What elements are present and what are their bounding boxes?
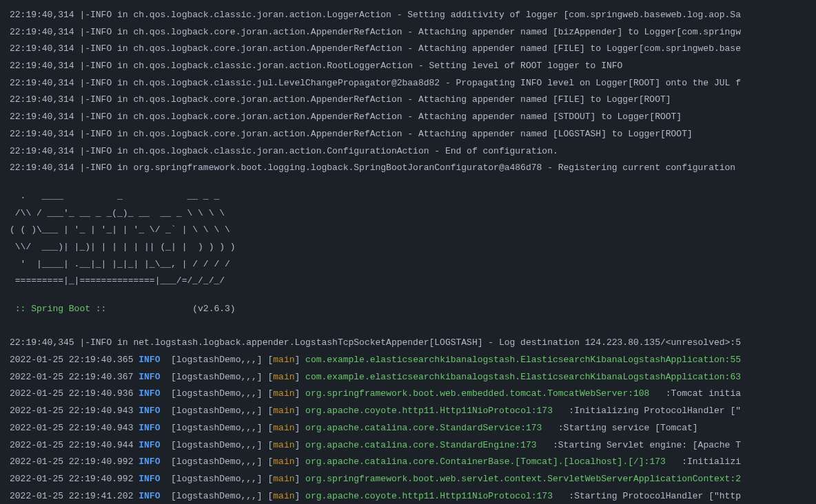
spring-boot-tagline: :: Spring Boot :: (v2.6.3) — [10, 301, 806, 318]
spring-boot-tag: :: Spring Boot :: — [10, 304, 112, 314]
timestamp: 2022-01-25 22:19:40.992 — [10, 474, 139, 484]
timestamp: 2022-01-25 22:19:40.943 — [10, 423, 139, 433]
log-line: 22:19:40,314 |-INFO in ch.qos.logback.co… — [10, 126, 806, 143]
thread-name: main — [273, 372, 294, 382]
logger-name: org.springframework.boot.web.embedded.to… — [305, 388, 649, 399]
app-context: [logstashDemo,,,] [ — [165, 491, 273, 501]
app-context: [logstashDemo,,,] [ — [165, 372, 273, 382]
log-line: 2022-01-25 22:19:40.365 INFO [logstashDe… — [10, 352, 806, 369]
colored-log-section: 2022-01-25 22:19:40.365 INFO [logstashDe… — [10, 352, 806, 504]
log-level: INFO — [139, 456, 165, 467]
log-line: 2022-01-25 22:19:40.367 INFO [logstashDe… — [10, 369, 806, 386]
spring-boot-banner: . ____ _ __ _ _ /\\ / ___'_ __ _ _(_)_ _… — [10, 188, 806, 290]
log-level: INFO — [139, 440, 165, 450]
thread-name: main — [273, 456, 294, 467]
bracket: ] — [295, 491, 306, 501]
logger-name: com.example.elasticsearchkibanalogstash.… — [305, 355, 741, 365]
bracket: ] — [295, 440, 306, 450]
log-line: 2022-01-25 22:19:40.944 INFO [logstashDe… — [10, 437, 806, 454]
timestamp: 2022-01-25 22:19:41.202 — [10, 491, 139, 501]
log-line: 2022-01-25 22:19:40.936 INFO [logstashDe… — [10, 386, 806, 403]
thread-name: main — [273, 440, 294, 450]
timestamp: 2022-01-25 22:19:40.992 — [10, 456, 139, 467]
logstash-line: 22:19:40,345 |-INFO in net.logstash.logb… — [10, 335, 806, 352]
app-context: [logstashDemo,,,] [ — [165, 355, 273, 365]
timestamp: 2022-01-25 22:19:40.944 — [10, 440, 139, 450]
app-context: [logstashDemo,,,] [ — [165, 423, 273, 433]
timestamp: 2022-01-25 22:19:40.367 — [10, 372, 139, 382]
log-message: :Tomcat initia — [649, 388, 741, 399]
log-level: INFO — [139, 372, 165, 382]
log-line: 22:19:40,314 |-INFO in ch.qos.logback.cl… — [10, 7, 806, 24]
log-line: 2022-01-25 22:19:40.992 INFO [logstashDe… — [10, 454, 806, 471]
timestamp: 2022-01-25 22:19:40.943 — [10, 406, 139, 416]
logger-name: org.apache.catalina.core.StandardEngine:… — [305, 440, 536, 450]
timestamp: 2022-01-25 22:19:40.936 — [10, 388, 139, 399]
console-output: 22:19:40,314 |-INFO in ch.qos.logback.cl… — [10, 7, 806, 504]
app-context: [logstashDemo,,,] [ — [165, 440, 273, 450]
bracket: ] — [295, 388, 306, 399]
log-line: 22:19:40,314 |-INFO in ch.qos.logback.co… — [10, 24, 806, 41]
log-line: 22:19:40,314 |-INFO in ch.qos.logback.co… — [10, 41, 806, 58]
app-context: [logstashDemo,,,] [ — [165, 388, 273, 399]
log-message: :Starting Servlet engine: [Apache T — [537, 440, 741, 450]
plain-log-section: 22:19:40,314 |-INFO in ch.qos.logback.cl… — [10, 7, 806, 177]
logger-name: org.apache.catalina.core.StandardService… — [305, 423, 542, 433]
thread-name: main — [273, 474, 294, 484]
bracket: ] — [295, 423, 306, 433]
log-level: INFO — [139, 406, 165, 416]
logger-name: com.example.elasticsearchkibanalogstash.… — [305, 372, 741, 382]
log-line: 2022-01-25 22:19:40.943 INFO [logstashDe… — [10, 403, 806, 420]
log-line: 22:19:40,314 |-INFO in org.springframewo… — [10, 160, 806, 177]
app-context: [logstashDemo,,,] [ — [165, 474, 273, 484]
log-line: 22:19:40,314 |-INFO in ch.qos.logback.cl… — [10, 58, 806, 75]
log-message: :Starting ProtocolHandler ["http — [553, 491, 741, 501]
blank-line — [10, 318, 806, 335]
logger-name: org.apache.coyote.http11.Http11NioProtoc… — [305, 491, 553, 501]
log-line: 22:19:40,314 |-INFO in ch.qos.logback.cl… — [10, 75, 806, 92]
logger-name: org.apache.catalina.core.ContainerBase.[… — [305, 456, 666, 467]
log-level: INFO — [139, 423, 165, 433]
logger-name: org.springframework.boot.web.servlet.con… — [305, 474, 741, 484]
thread-name: main — [273, 388, 294, 399]
timestamp: 2022-01-25 22:19:40.365 — [10, 355, 139, 365]
log-message: :Initializing ProtocolHandler [" — [553, 406, 741, 416]
log-line: 2022-01-25 22:19:40.943 INFO [logstashDe… — [10, 420, 806, 437]
spring-boot-version: (v2.6.3) — [112, 304, 235, 314]
log-message: :Starting service [Tomcat] — [542, 423, 697, 433]
thread-name: main — [273, 491, 294, 501]
thread-name: main — [273, 355, 294, 365]
bracket: ] — [295, 474, 306, 484]
logger-name: org.apache.coyote.http11.Http11NioProtoc… — [305, 406, 553, 416]
bracket: ] — [295, 406, 306, 416]
app-context: [logstashDemo,,,] [ — [165, 456, 273, 467]
thread-name: main — [273, 423, 294, 433]
bracket: ] — [295, 372, 306, 382]
log-line: 22:19:40,314 |-INFO in ch.qos.logback.cl… — [10, 143, 806, 160]
log-line: 2022-01-25 22:19:40.992 INFO [logstashDe… — [10, 471, 806, 488]
bracket: ] — [295, 456, 306, 467]
log-line: 2022-01-25 22:19:41.202 INFO [logstashDe… — [10, 488, 806, 504]
thread-name: main — [273, 406, 294, 416]
log-line: 22:19:40,314 |-INFO in ch.qos.logback.co… — [10, 109, 806, 126]
log-line: 22:19:40,314 |-INFO in ch.qos.logback.co… — [10, 92, 806, 109]
log-level: INFO — [139, 474, 165, 484]
log-level: INFO — [139, 388, 165, 399]
bracket: ] — [295, 355, 306, 365]
log-message: :Initializi — [666, 456, 741, 467]
log-level: INFO — [139, 355, 165, 365]
log-level: INFO — [139, 491, 165, 501]
app-context: [logstashDemo,,,] [ — [165, 406, 273, 416]
